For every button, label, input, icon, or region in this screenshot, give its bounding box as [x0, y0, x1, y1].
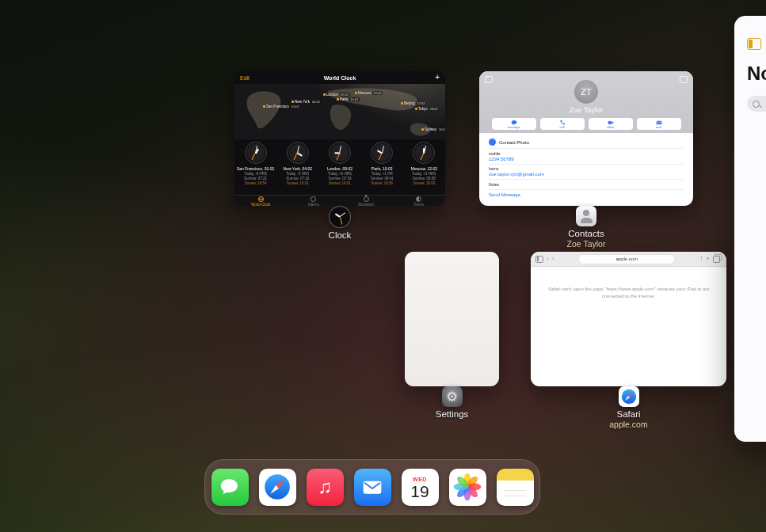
analog-clock-icon — [329, 142, 351, 164]
contacts-chip: Contacts Zoe Taylor — [479, 206, 693, 249]
world-map: San Francisco01:02 New York04:02 London0… — [234, 84, 445, 139]
map-city-pin: San Francisco01:02 — [263, 104, 300, 108]
clock-app-icon[interactable] — [329, 206, 351, 228]
mail-dock-icon[interactable] — [354, 469, 391, 506]
sidebar-toggle-icon — [485, 76, 493, 83]
gear-icon: ⚙ — [446, 390, 458, 404]
map-city-pin: Beijing17:02 — [401, 101, 426, 105]
world-clock-item: San Francisco, 01:02 Today, -8 HRS Sunri… — [234, 142, 276, 195]
map-city-pin: Moscow12:02 — [355, 91, 383, 95]
sidebar-toggle-icon — [535, 256, 543, 263]
analog-clock-icon — [371, 142, 393, 164]
calendar-weekday: WED — [413, 477, 427, 482]
notes-side-panel[interactable]: Notes — [734, 16, 766, 442]
app-sublabel: Zoe Taylor — [567, 239, 606, 249]
dock: ♫ WED 19 — [204, 459, 540, 515]
new-tab-icon: + — [706, 256, 710, 262]
world-clock-row: San Francisco, 01:02 Today, -8 HRS Sunri… — [234, 139, 445, 195]
map-city-pin: Paris10:02 — [337, 97, 360, 101]
map-city-pin: London09:02 — [323, 93, 350, 97]
safari-toolbar: ‹ › apple.com ↑ + — [531, 252, 726, 267]
tab-world-clock: World Clock — [234, 196, 288, 207]
map-city-pin: Tokyo18:02 — [415, 107, 439, 111]
music-dock-icon[interactable]: ♫ — [307, 469, 344, 506]
safari-app-icon[interactable] — [619, 386, 639, 407]
mobile-row: mobile 1234 56789 — [489, 148, 684, 164]
app-sublabel: apple.com — [609, 420, 647, 429]
clock-tab-bar: World Clock Alarms Stopwatch Timers — [234, 195, 445, 206]
app-switcher-screen: Edit World Clock + San Francisco01:02 Ne… — [0, 0, 766, 532]
safari-chip: Safari apple.com — [531, 386, 726, 429]
message-bubble-icon — [218, 475, 242, 499]
world-clock-item: Moscow, 12:02 Today, +3 HRS Sunrise: 08:… — [403, 142, 445, 195]
pin-dot-icon — [421, 128, 424, 131]
share-icon: ↑ — [699, 256, 703, 262]
safari-dock-icon[interactable] — [259, 469, 296, 506]
analog-clock-icon — [245, 142, 267, 164]
address-bar: apple.com — [557, 254, 696, 264]
settings-app-card[interactable] — [405, 252, 499, 386]
contact-details: Contact Photo mobile 1234 56789 home zoe… — [479, 133, 693, 197]
timer-icon — [416, 196, 421, 202]
map-city-pin: Sydney20:02 — [421, 127, 445, 131]
map-city-pin: New York04:02 — [292, 100, 322, 104]
avatar: ZT — [574, 80, 598, 104]
email-link: zoe.taylor.xyz@gmail.com — [489, 172, 684, 177]
settings-app-icon[interactable]: ⚙ — [442, 386, 463, 407]
mail-button: mail — [637, 118, 681, 130]
compass-icon — [262, 472, 292, 502]
pin-dot-icon — [415, 108, 417, 110]
sidebar-toggle-icon[interactable] — [747, 38, 761, 50]
contact-actions: message call video mail — [492, 118, 681, 130]
safari-app-card[interactable]: ‹ › apple.com ↑ + Safari can't open the … — [531, 252, 726, 386]
search-input[interactable] — [747, 96, 766, 112]
alarm-icon — [311, 196, 316, 202]
notes-title: Notes — [747, 63, 766, 85]
add-city-button: + — [435, 74, 440, 82]
pin-dot-icon — [263, 105, 265, 108]
clock-title: World Clock — [234, 75, 445, 81]
analog-clock-icon — [287, 142, 309, 164]
pin-dot-icon — [292, 101, 294, 103]
app-label: Contacts — [568, 229, 604, 238]
world-clock-item: London, 09:02 Today, +0 HRS Sunrise: 07:… — [318, 142, 360, 195]
message-button: message — [492, 118, 536, 130]
edit-icon — [680, 76, 688, 83]
tabs-icon — [713, 256, 720, 263]
pin-dot-icon — [355, 92, 357, 94]
pin-dot-icon — [323, 93, 326, 96]
app-label: Safari — [616, 409, 640, 419]
photos-flower-icon — [453, 473, 482, 501]
app-label: Settings — [436, 409, 469, 419]
pin-dot-icon — [337, 98, 339, 101]
contact-photo-row: Contact Photo — [489, 136, 684, 148]
clock-chip: Clock — [234, 206, 445, 240]
tab-stopwatch: Stopwatch — [340, 196, 393, 207]
calendar-day: 19 — [410, 483, 429, 500]
call-button: call — [540, 118, 585, 130]
send-message-link: Send Message — [489, 189, 684, 197]
video-button: video — [589, 118, 633, 130]
messages-dock-icon[interactable] — [212, 469, 249, 506]
clock-app-card[interactable]: Edit World Clock + San Francisco01:02 Ne… — [234, 71, 445, 206]
compass-icon — [620, 388, 638, 405]
pin-dot-icon — [401, 102, 403, 104]
envelope-icon — [360, 474, 385, 500]
globe-icon — [258, 196, 264, 202]
back-icon: ‹ — [547, 256, 549, 262]
forward-icon: › — [552, 256, 554, 262]
tab-alarms: Alarms — [288, 196, 341, 207]
app-label: Clock — [329, 230, 352, 240]
offline-error-text: Safari can't open the page "https://www.… — [547, 286, 711, 300]
notes-dock-icon[interactable] — [497, 469, 534, 506]
stopwatch-icon — [364, 196, 369, 202]
contacts-app-icon[interactable] — [576, 206, 596, 226]
clock-toolbar: Edit World Clock + — [234, 71, 445, 84]
world-clock-item: New York, 04:02 Today, -5 HRS Sunrise: 0… — [276, 142, 318, 195]
contact-name: Zoe Taylor — [570, 106, 603, 114]
contacts-app-card[interactable]: ZT Zoe Taylor message call video mail — [479, 71, 693, 206]
home-email-row: home zoe.taylor.xyz@gmail.com — [489, 164, 684, 180]
photos-dock-icon[interactable] — [449, 469, 486, 506]
music-note-icon: ♫ — [318, 477, 332, 496]
calendar-dock-icon[interactable]: WED 19 — [402, 469, 439, 506]
